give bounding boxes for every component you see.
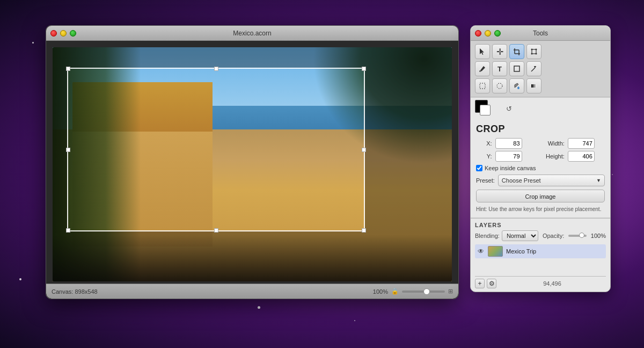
blending-label: Blending: — [475, 233, 500, 239]
tools-titlebar: Tools — [471, 26, 610, 41]
transform-tool-btn[interactable] — [526, 44, 541, 59]
svg-point-15 — [497, 83, 502, 89]
keep-canvas-label[interactable]: Keep inside canvas — [485, 165, 536, 171]
close-button[interactable] — [50, 30, 57, 37]
preset-row: Preset: Choose Preset ▼ — [476, 175, 605, 186]
color-tools-row: ↺ — [471, 97, 610, 119]
width-label: Width: — [536, 140, 565, 147]
background-color[interactable] — [480, 105, 491, 115]
layer-settings-button[interactable]: ⚙ — [487, 279, 496, 288]
main-traffic-lights — [50, 30, 76, 37]
foreground-color[interactable] — [475, 100, 488, 113]
crop-tool-btn[interactable] — [509, 44, 524, 59]
opacity-value: 100% — [591, 233, 606, 239]
keep-canvas-checkbox[interactable] — [476, 165, 482, 171]
height-label: Height: — [536, 153, 565, 160]
layers-section: LAYERS Blending: Normal Multiply Screen … — [471, 218, 610, 292]
svg-rect-10 — [514, 66, 519, 71]
opacity-label: Opacity: — [543, 233, 564, 239]
tools-window: Tools ✛ — [470, 25, 611, 292]
zoom-level: 100% — [373, 288, 388, 295]
crop-panel-title: CROP — [476, 124, 605, 135]
svg-point-6 — [536, 49, 537, 50]
svg-point-8 — [536, 53, 537, 55]
svg-rect-4 — [532, 49, 536, 54]
keep-canvas-row: Keep inside canvas — [476, 165, 605, 171]
layer-name: Mexico Trip — [506, 248, 604, 255]
shape-tool-btn[interactable] — [509, 61, 524, 76]
layer-visibility-icon[interactable]: 👁 — [477, 248, 485, 255]
preset-chevron-icon: ▼ — [596, 178, 601, 183]
photo-canvas[interactable] — [53, 47, 452, 281]
layer-thumbnail — [488, 246, 503, 257]
svg-rect-14 — [480, 83, 485, 89]
crop-hint: Hint: Use the arrow keys for pixel preci… — [476, 206, 605, 213]
shadow-bottom — [53, 235, 452, 281]
crop-panel: CROP X: Width: Y: Height: Keep inside ca… — [471, 119, 610, 218]
svg-rect-16 — [531, 84, 537, 88]
text-tool-btn[interactable]: T — [492, 61, 507, 76]
svg-line-11 — [531, 68, 535, 71]
crop-image-button[interactable]: Crop image — [476, 190, 605, 202]
pointer-tool-btn[interactable] — [475, 44, 490, 59]
svg-point-7 — [531, 53, 533, 55]
main-window-title: Mexico.acorn — [233, 30, 271, 37]
maximize-button[interactable] — [70, 30, 76, 37]
main-titlebar: Mexico.acorn — [46, 26, 458, 41]
tools-maximize-button[interactable] — [494, 30, 501, 37]
canvas-info: Canvas: 898x548 — [52, 288, 373, 295]
tools-body: ✛ — [471, 41, 610, 292]
toolbar-row-3 — [475, 78, 606, 93]
preset-label: Preset: — [476, 177, 495, 184]
zoom-controls: 100% 🔒 ⊞ — [373, 288, 453, 295]
ellipse-select-btn[interactable] — [492, 78, 507, 93]
photo-background — [53, 47, 452, 281]
paint-brush-btn[interactable] — [475, 61, 490, 76]
layers-footer: + ⚙ 94,496 — [475, 276, 606, 288]
status-bar: Canvas: 898x548 100% 🔒 ⊞ — [46, 284, 458, 299]
tools-traffic-lights — [475, 30, 501, 37]
add-layer-button[interactable]: + — [475, 279, 485, 288]
toolbar-row-1: ✛ — [475, 44, 606, 59]
zoom-slider[interactable] — [402, 291, 445, 293]
opacity-slider[interactable] — [568, 235, 587, 237]
y-label: Y: — [476, 153, 492, 160]
preset-dropdown[interactable]: Choose Preset ▼ — [498, 175, 605, 186]
layer-item[interactable]: 👁 Mexico Trip — [475, 244, 606, 258]
preset-value: Choose Preset — [502, 177, 541, 184]
layers-title: LAYERS — [475, 222, 606, 228]
color-swatches[interactable] — [475, 100, 492, 117]
rect-select-btn[interactable] — [475, 78, 490, 93]
magic-wand-btn[interactable] — [526, 61, 541, 76]
svg-point-5 — [531, 49, 533, 50]
trees-right — [312, 47, 452, 164]
tools-window-title: Tools — [533, 30, 548, 37]
blending-select[interactable]: Normal Multiply Screen — [502, 230, 538, 241]
toolbar-icons: ✛ — [471, 41, 610, 97]
x-label: X: — [476, 140, 492, 147]
layers-info: 94,496 — [499, 280, 606, 287]
fit-icon[interactable]: ⊞ — [448, 288, 453, 295]
height-input[interactable] — [568, 151, 595, 162]
opacity-thumb — [579, 233, 584, 238]
gradient-tool-btn[interactable] — [526, 78, 541, 93]
width-input[interactable] — [568, 138, 595, 149]
svg-point-9 — [479, 70, 481, 72]
main-window: Mexico.acorn — [46, 25, 459, 299]
x-input[interactable] — [495, 138, 522, 149]
crop-fields: X: Width: Y: Height: — [476, 138, 605, 162]
y-input[interactable] — [495, 151, 522, 162]
tools-close-button[interactable] — [475, 30, 481, 37]
lock-icon: 🔒 — [391, 288, 399, 295]
swap-colors-icon[interactable]: ↺ — [506, 105, 512, 113]
toolbar-row-2: T — [475, 61, 606, 76]
tools-minimize-button[interactable] — [485, 30, 491, 37]
blending-row: Blending: Normal Multiply Screen Opacity… — [475, 230, 606, 241]
layers-empty-area — [475, 260, 606, 276]
zoom-slider-thumb — [423, 288, 430, 295]
main-window-content: Canvas: 898x548 100% 🔒 ⊞ — [46, 41, 458, 299]
minimize-button[interactable] — [60, 30, 67, 37]
paint-bucket-btn[interactable] — [509, 78, 524, 93]
move-tool-btn[interactable]: ✛ — [492, 44, 507, 59]
